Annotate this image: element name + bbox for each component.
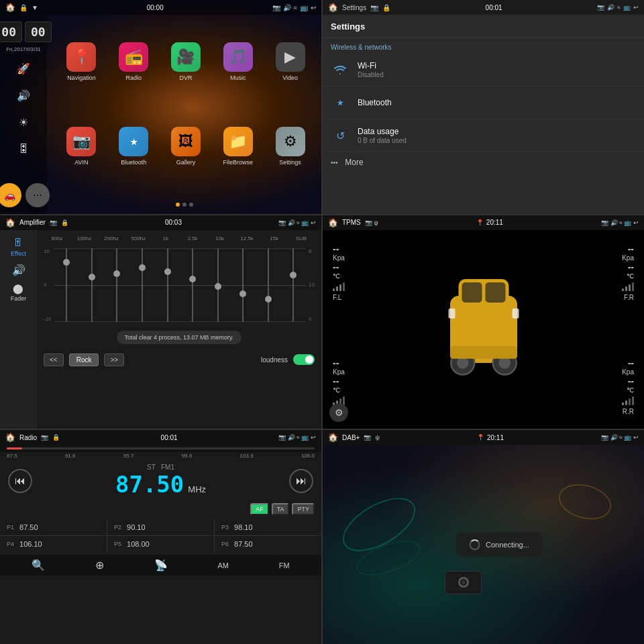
radio-antenna-icon[interactable]: 📡	[154, 559, 168, 572]
radio-rds-icon[interactable]: ⊕	[95, 559, 104, 572]
tpms-right-icons: 📷 🔊 ≈ 📺 ↩	[601, 219, 639, 226]
eq-track-7	[217, 248, 219, 322]
video-label: Video	[282, 74, 298, 81]
freq-12.5k: 12.5k	[233, 235, 260, 241]
eq-slider-3[interactable]	[111, 248, 122, 322]
music-icon: 🎵	[223, 42, 253, 72]
app-settings[interactable]: ⚙ Settings	[276, 127, 305, 166]
eq-slider-2[interactable]	[87, 248, 97, 322]
app-gallery[interactable]: 🖼 Gallery	[171, 127, 201, 166]
avin-icon: 📷	[66, 127, 96, 156]
radio-am-band[interactable]: AM	[218, 561, 229, 570]
radio-freq-row: 87.50 MHz	[115, 471, 206, 498]
eq-slider-9[interactable]	[263, 248, 274, 322]
brightness-icon: ☀	[13, 111, 34, 133]
marker-91.6: 91.6	[65, 453, 76, 459]
dab-status-bar: 🏠 DAB+ 📷 ψ 📍 20:11 📷 🔊 ≈ 📺 ↩	[323, 430, 644, 445]
menu-icon[interactable]: ⋯	[25, 183, 50, 207]
radio-prev-btn[interactable]: ⏮	[8, 469, 32, 493]
sidebar-item-rocket[interactable]: 🚀	[13, 58, 34, 79]
app-dvr[interactable]: 🎥 DVR	[171, 42, 201, 81]
settings-item-data[interactable]: ↺ Data usage 0 B of data used	[323, 119, 644, 152]
eq-fader-label: Fader	[11, 295, 27, 302]
eq-title: Amplifier	[19, 219, 46, 226]
eq-next-btn[interactable]: >>	[104, 354, 124, 366]
sidebar-item-eq2[interactable]: 🎛	[13, 138, 34, 160]
dvr-icon: 🎥	[171, 42, 201, 72]
tpms-signal: 📷 ψ	[365, 219, 378, 226]
data-title: Data usage	[358, 127, 636, 136]
home-bottom-dots	[47, 195, 321, 214]
loudness-toggle[interactable]	[293, 354, 315, 365]
tpms-fl-kpa-unit: Kpa	[333, 254, 345, 262]
panel-tpms: 🏠 TPMS 📷 ψ 📍 20:11 📷 🔊 ≈ 📺 ↩ -- Kpa -- ℃	[323, 215, 644, 429]
radio-af-btn[interactable]: AF	[250, 503, 269, 515]
radio-ta-btn[interactable]: TA	[272, 503, 290, 515]
tpms-fr-kpa: --	[622, 244, 634, 254]
eq-slider-5[interactable]	[162, 248, 173, 322]
marker-95.7: 95.7	[123, 453, 134, 459]
dot-active	[176, 203, 180, 207]
eq-preset-btn[interactable]: Rock	[69, 354, 99, 366]
radio-st: ST	[147, 464, 156, 471]
tpms-rl-kpa: --	[333, 358, 345, 368]
signal-bar-4	[343, 282, 345, 291]
marker-87.5: 87.5	[7, 453, 17, 459]
eq-slider-4[interactable]	[137, 248, 148, 322]
eq-knob-8	[239, 290, 246, 297]
radio-freq-center: ST FM1 87.50 MHz	[115, 464, 206, 498]
radio-pty-btn[interactable]: PTY	[292, 503, 315, 515]
preset-p2[interactable]: P2 90.10	[107, 519, 214, 535]
app-music[interactable]: 🎵 Music	[223, 42, 253, 81]
home-time: 00:00	[147, 4, 164, 11]
preset-p5-num: P5	[114, 541, 121, 547]
radio-search-icon[interactable]: 🔍	[32, 559, 45, 572]
tpms-status-center: 📍 20:11	[476, 219, 503, 226]
settings-item-wifi[interactable]: Wi-Fi Disabled	[323, 54, 644, 87]
app-radio[interactable]: 📻 Radio	[119, 42, 148, 81]
eq-effect-item[interactable]: 🎚 Effect	[11, 237, 26, 257]
music-label: Music	[230, 74, 246, 81]
signal-icon: ▼	[32, 4, 38, 11]
screen-icon: 📺	[300, 4, 308, 11]
tpms-status-bar: 🏠 TPMS 📷 ψ 📍 20:11 📷 🔊 ≈ 📺 ↩	[323, 215, 644, 230]
dab-device-inner	[462, 580, 466, 584]
tpms-rr-kpa: --	[622, 358, 634, 368]
dab-connecting-dialog: Connecting...	[456, 533, 543, 557]
radio-status-bar: 🏠 Radio 📷 🔒 00:01 📷 🔊 ≈ 📺 ↩	[0, 430, 321, 445]
settings-item-bluetooth[interactable]: ⭒ Bluetooth	[323, 87, 644, 119]
freq-500hz: 500hz	[125, 235, 152, 241]
sidebar-item-brightness[interactable]: ☀	[13, 111, 34, 133]
settings-more[interactable]: ••• More	[323, 152, 644, 172]
eq-slider-1[interactable]	[61, 248, 72, 322]
home-apps: 📍 Navigation 📻 Radio 🎥 DVR 🎵 Music ▶	[50, 15, 321, 194]
eq-slider-6[interactable]	[187, 248, 198, 322]
eq-slider-7[interactable]	[213, 248, 223, 322]
app-bluetooth[interactable]: ⭒ Bluetooth	[119, 127, 148, 166]
eq-fader-item[interactable]: ⬤ Fader	[11, 283, 27, 302]
eq-prev-btn[interactable]: <<	[44, 354, 64, 366]
eq-volume-item[interactable]: 🔊	[12, 264, 25, 276]
fr-signal-bar-2	[625, 286, 627, 291]
eq-toast: Total clear 4 process, 13.07 MB memory.	[117, 331, 242, 344]
right-label-0: 0	[309, 316, 315, 322]
app-filebrowse[interactable]: 📁 FileBrowse	[223, 127, 254, 166]
app-video[interactable]: ▶ Video	[276, 42, 305, 81]
eq-slider-10[interactable]	[288, 248, 299, 322]
app-navigation[interactable]: 📍 Navigation	[66, 42, 96, 81]
radio-next-btn[interactable]: ⏭	[289, 469, 313, 493]
sidebar-item-volume[interactable]: 🔊	[13, 85, 34, 106]
eq-track-4	[142, 248, 143, 322]
preset-p4[interactable]: P4 106.10	[0, 536, 107, 552]
tpms-fr-label: F.R	[622, 294, 634, 301]
panel-settings: 🏠 Settings 📷 🔒 00:01 📷 🔊 ≈ 📺 ↩ Settings …	[323, 0, 644, 214]
preset-p6[interactable]: P6 87.50	[215, 536, 321, 552]
radio-fm-band[interactable]: FM	[279, 561, 290, 570]
preset-p3[interactable]: P3 98.10	[215, 519, 321, 535]
app-avin[interactable]: 📷 AVIN	[66, 127, 96, 166]
car-icon[interactable]: 🚗	[0, 183, 21, 207]
freq-sub: SUB	[288, 235, 315, 241]
eq-slider-8[interactable]	[237, 248, 248, 322]
preset-p1[interactable]: P1 87.50	[0, 519, 107, 535]
preset-p5[interactable]: P5 108.00	[107, 536, 214, 552]
